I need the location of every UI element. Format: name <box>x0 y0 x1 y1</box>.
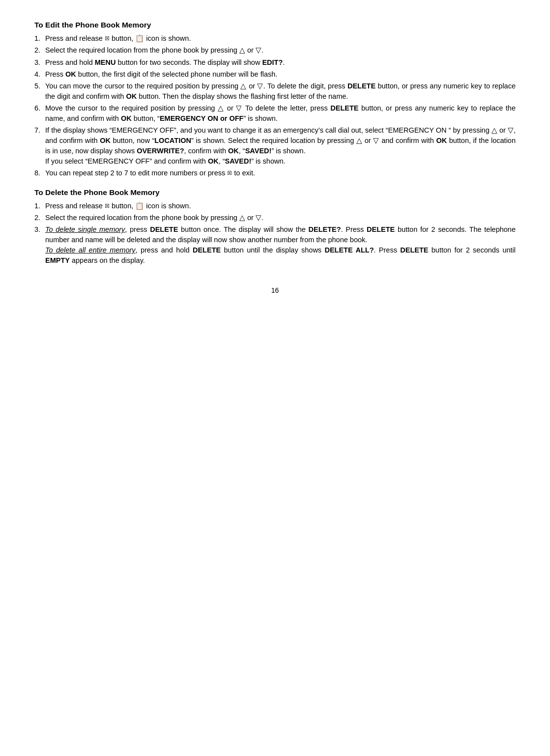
page-number: 16 <box>34 285 516 295</box>
list-content: If the display shows “EMERGENCY OFF”, an… <box>45 125 516 167</box>
clip-button-icon: ☒ <box>105 36 110 42</box>
delete-all-label: To delete all entire memory <box>45 246 136 254</box>
list-item: 7. If the display shows “EMERGENCY OFF”,… <box>34 125 516 167</box>
list-item: 4. Press OK button, the first digit of t… <box>34 69 516 80</box>
list-content: Move the cursor to the required position… <box>45 103 516 124</box>
list-num: 8. <box>34 168 45 178</box>
list-num: 3. <box>34 57 45 68</box>
list-content: Press and release ☒ button, 📋 icon is sh… <box>45 33 516 44</box>
list-content: Press OK button, the first digit of the … <box>45 69 516 80</box>
list-content: To delete single memory, press DELETE bu… <box>45 224 516 266</box>
list-num: 1. <box>34 201 45 211</box>
clip-button-icon2: ☒ <box>227 170 232 176</box>
section2-title: To Delete the Phone Book Memory <box>34 187 516 198</box>
list-num: 7. <box>34 125 45 136</box>
section2: To Delete the Phone Book Memory 1. Press… <box>34 187 516 266</box>
delete-single-label: To delete single memory <box>45 225 125 233</box>
section1-title: To Edit the Phone Book Memory <box>34 20 516 30</box>
phone-book-icon2: 📋 <box>135 202 144 210</box>
list-content: You can move the cursor to the required … <box>45 81 516 102</box>
list-item: 3. Press and hold MENU button for two se… <box>34 57 516 68</box>
list-item: 1. Press and release ☒ button, 📋 icon is… <box>34 201 516 211</box>
list-num: 6. <box>34 103 45 113</box>
list-content: You can repeat step 2 to 7 to edit more … <box>45 168 516 178</box>
list-num: 1. <box>34 33 45 44</box>
list-item: 2. Select the required location from the… <box>34 45 516 56</box>
list-content: Select the required location from the ph… <box>45 213 516 223</box>
list-content: Press and hold MENU button for two secon… <box>45 57 516 68</box>
section1: To Edit the Phone Book Memory 1. Press a… <box>34 20 516 178</box>
phone-book-icon: 📋 <box>135 34 144 42</box>
clip-button-icon3: ☒ <box>105 203 110 209</box>
list-item: 6. Move the cursor to the required posit… <box>34 103 516 124</box>
page-content: To Edit the Phone Book Memory 1. Press a… <box>34 20 516 266</box>
list-num: 2. <box>34 213 45 223</box>
list-num: 4. <box>34 69 45 80</box>
list-content: Press and release ☒ button, 📋 icon is sh… <box>45 201 516 211</box>
list-item: 5. You can move the cursor to the requir… <box>34 81 516 102</box>
list-item: 1. Press and release ☒ button, 📋 icon is… <box>34 33 516 44</box>
section1-list: 1. Press and release ☒ button, 📋 icon is… <box>34 33 516 178</box>
list-item: 2. Select the required location from the… <box>34 213 516 223</box>
section2-list: 1. Press and release ☒ button, 📋 icon is… <box>34 201 516 266</box>
list-item: 3. To delete single memory, press DELETE… <box>34 224 516 266</box>
list-num: 2. <box>34 45 45 56</box>
list-num: 3. <box>34 224 45 235</box>
list-item: 8. You can repeat step 2 to 7 to edit mo… <box>34 168 516 178</box>
list-num: 5. <box>34 81 45 91</box>
list-content: Select the required location from the ph… <box>45 45 516 56</box>
